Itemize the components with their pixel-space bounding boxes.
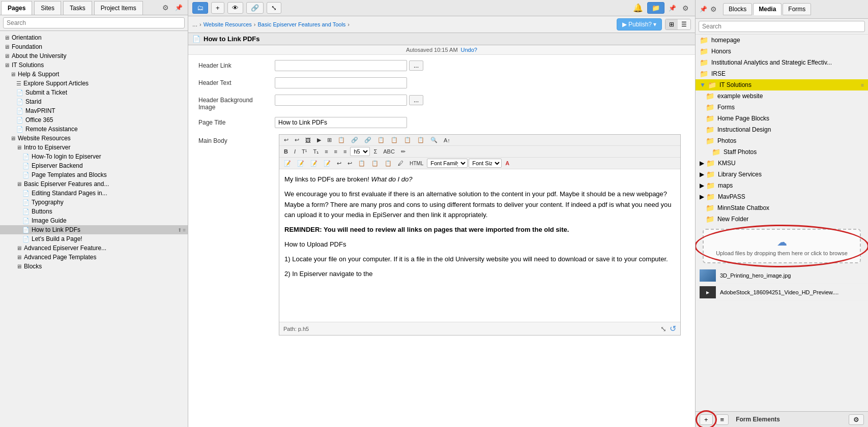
rte-img-btn[interactable]: 🖼: [303, 136, 313, 144]
rte-font-family-select[interactable]: Font Family: [427, 159, 468, 168]
tab-forms[interactable]: Forms: [783, 3, 811, 15]
tree-item-advanced-page-templates[interactable]: 🖥 Advanced Page Templates: [0, 253, 188, 262]
media-item-library-services[interactable]: ▶ 📁 Library Services: [696, 169, 868, 180]
media-item-staff-photos[interactable]: 📁 Staff Photos: [696, 146, 868, 158]
expand-button[interactable]: ⤡: [267, 2, 281, 14]
add-media-button[interactable]: +: [700, 414, 713, 425]
tree-item-submit-ticket[interactable]: 📄 Submit a Ticket: [0, 88, 188, 97]
media-item-forms[interactable]: 📁 Forms: [696, 102, 868, 113]
tab-project-items[interactable]: Project Items: [94, 1, 143, 15]
right-gear-button[interactable]: ⚙: [708, 4, 719, 14]
tree-item-howto-login[interactable]: 📄 How-To login to Episerver: [0, 152, 188, 161]
media-item-example-website[interactable]: 📁 example website: [696, 90, 868, 102]
media-file-adobestock[interactable]: ▶ AdobeStock_186094251_Video_HD_Preview.…: [696, 284, 868, 301]
tree-item-basic-episerver[interactable]: 🖥 Basic Episerver Features and...: [0, 179, 188, 189]
tree-item-help-support[interactable]: 🖥 Help & Support: [0, 70, 188, 79]
rte-html-btn[interactable]: HTML: [407, 160, 426, 167]
rte-align-center-btn[interactable]: ≡: [332, 147, 340, 156]
rte-undo-btn[interactable]: ↩: [281, 136, 291, 144]
media-item-home-page-blocks[interactable]: 📁 Home Page Blocks: [696, 113, 868, 124]
media-item-irse[interactable]: 📁 IRSE: [696, 68, 868, 79]
tree-item-orientation[interactable]: 🖥 Orientation: [0, 33, 188, 42]
tree-item-remote-assistance[interactable]: 📄 Remote Assistance: [0, 125, 188, 134]
breadcrumb-basic-episerver[interactable]: Basic Episerver Features and Tools: [258, 21, 346, 27]
tree-item-mavprint[interactable]: 📄 MavPRINT: [0, 106, 188, 115]
rte-font-color-btn[interactable]: A: [503, 159, 512, 167]
header-bg-browse[interactable]: ...: [409, 95, 423, 105]
rte-media-btn[interactable]: ▶: [314, 136, 324, 144]
rte-copy3-btn[interactable]: 📋: [388, 136, 400, 144]
rte-t3-8-btn[interactable]: 📋: [369, 159, 381, 168]
media-item-new-folder[interactable]: 📁 New Folder: [696, 214, 868, 225]
rte-copy4-btn[interactable]: 📋: [401, 136, 414, 144]
rte-align-right-btn[interactable]: ≡: [341, 147, 349, 156]
header-link-input[interactable]: [275, 60, 407, 71]
list-view-button[interactable]: ☰: [678, 19, 690, 29]
media-item-mavpass[interactable]: ▶ 📁 MavPASS: [696, 191, 868, 202]
footer-menu-button[interactable]: ≡: [716, 414, 729, 425]
upload-area[interactable]: ☁ Upload files by dropping them here or …: [703, 229, 861, 263]
rte-align-left-btn[interactable]: ≡: [322, 147, 330, 156]
media-item-kmsu[interactable]: ▶ 📁 KMSU: [696, 158, 868, 169]
left-search-input[interactable]: [3, 17, 185, 28]
tree-item-intro-episerver[interactable]: 🖥 Intro to Episerver: [0, 143, 188, 152]
tree-item-advanced-episerver[interactable]: 🖥 Advanced Episerver Feature...: [0, 243, 188, 253]
rte-heading-select[interactable]: h5 h1 h2 h3 h4 p: [350, 147, 370, 156]
rte-content[interactable]: My links to PDFs are broken! What do I d…: [279, 169, 680, 322]
tree-item-blocks[interactable]: 🖥 Blocks: [0, 262, 188, 271]
rte-t3-6-btn[interactable]: ↩: [345, 159, 355, 168]
rte-t3-4-btn[interactable]: 📝: [321, 159, 333, 168]
media-item-honors[interactable]: 📁 Honors: [696, 46, 868, 57]
rte-copy5-btn[interactable]: 📋: [415, 136, 427, 144]
rte-italic-btn[interactable]: I: [292, 147, 298, 156]
rte-t3-1-btn[interactable]: 📝: [281, 159, 294, 168]
pages-view-button[interactable]: 🗂: [192, 2, 208, 14]
notification-bell[interactable]: 🔔: [633, 3, 643, 13]
grid-view-button[interactable]: ⊞: [666, 19, 678, 29]
left-pin-button[interactable]: 📌: [173, 3, 185, 12]
item-menu-icon[interactable]: ≡: [861, 82, 864, 88]
rte-sigma-btn[interactable]: Σ: [371, 147, 380, 156]
page-title-input[interactable]: [275, 117, 407, 128]
header-bg-input[interactable]: [275, 95, 407, 106]
rte-copy1-btn[interactable]: 📋: [335, 136, 348, 144]
tab-sites[interactable]: Sites: [34, 1, 61, 15]
tree-item-episerver-backend[interactable]: 📄 Episerver Backend: [0, 161, 188, 170]
rte-font-size-up-btn[interactable]: A↑: [441, 136, 453, 144]
header-link-browse[interactable]: ...: [409, 60, 423, 71]
tree-item-editing-standard[interactable]: 📄 Editing Standard Pages in...: [0, 189, 188, 198]
rte-table-btn[interactable]: ⊞: [325, 136, 334, 144]
tree-item-how-to-link-pdfs[interactable]: 📄 How to Link PDFs ⬆ ≡: [0, 225, 188, 234]
media-item-minnstate-chatbox[interactable]: 📁 MinnState Chatbox: [696, 202, 868, 214]
rte-spellcheck-btn[interactable]: ABC: [381, 147, 397, 156]
media-item-maps[interactable]: ▶ 📁 maps: [696, 180, 868, 191]
tab-pages[interactable]: Pages: [1, 1, 32, 15]
settings-button[interactable]: ⚙: [680, 3, 691, 13]
tab-blocks[interactable]: Blocks: [723, 3, 752, 15]
tab-tasks[interactable]: Tasks: [63, 1, 92, 15]
tree-item-office365[interactable]: 📄 Office 365: [0, 115, 188, 125]
tree-item-lets-build[interactable]: 📄 Let's Build a Page!: [0, 234, 188, 243]
rte-link-btn[interactable]: 🔗: [349, 136, 361, 144]
tree-item-it-solutions[interactable]: 🖥 IT Solutions: [0, 60, 188, 70]
rte-font-size-select[interactable]: Font Size: [469, 159, 502, 168]
media-item-instructional-design[interactable]: 📁 Instructional Design: [696, 124, 868, 135]
rte-bold-btn[interactable]: B: [281, 147, 291, 156]
preview-button[interactable]: 👁: [227, 2, 243, 14]
link-button[interactable]: 🔗: [246, 2, 264, 14]
add-button[interactable]: +: [211, 2, 224, 14]
rte-unlink-btn[interactable]: 🔗: [362, 136, 374, 144]
rte-copy2-btn[interactable]: 📋: [375, 136, 387, 144]
rte-refresh-icon[interactable]: ↺: [670, 324, 676, 333]
header-text-input[interactable]: [275, 77, 407, 88]
footer-gear-button[interactable]: ⚙: [849, 414, 864, 425]
tree-item-buttons[interactable]: 📄 Buttons: [0, 207, 188, 216]
media-item-institutional[interactable]: 📁 Institutional Analytics and Strategic …: [696, 57, 868, 68]
media-button[interactable]: 📁: [647, 2, 664, 14]
rte-t3-5-btn[interactable]: ↩: [334, 159, 344, 168]
rte-redo-btn[interactable]: ↩: [292, 136, 302, 144]
media-item-it-solutions[interactable]: ▼ 📁 IT Solutions ≡: [696, 79, 868, 90]
tree-item-foundation[interactable]: 🖥 Foundation: [0, 42, 188, 51]
rte-edit-btn[interactable]: ✏: [398, 147, 408, 156]
rte-resize-icon[interactable]: ⤡: [660, 325, 667, 333]
